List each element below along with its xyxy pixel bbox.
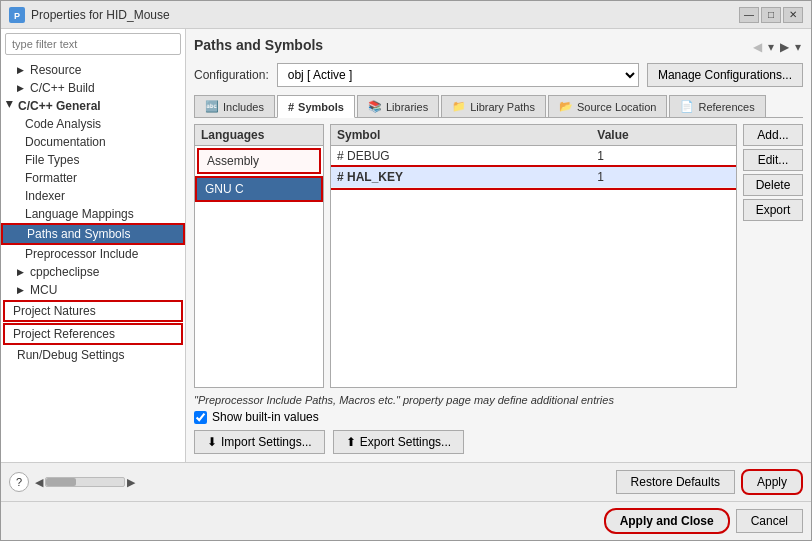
window-icon: P (9, 7, 25, 23)
lang-assembly[interactable]: Assembly (197, 148, 321, 174)
tab-label: Symbols (298, 101, 344, 113)
export-icon: ⬆ (346, 435, 356, 449)
tab-libraries[interactable]: 📚 Libraries (357, 95, 439, 117)
checkbox-row: Show built-in values (194, 410, 803, 424)
tab-includes[interactable]: 🔤 Includes (194, 95, 275, 117)
manage-configurations-button[interactable]: Manage Configurations... (647, 63, 803, 87)
tree-area: ▶ Resource ▶ C/C++ Build ▶ C/C++ General… (1, 59, 185, 462)
sidebar-item-label: Preprocessor Include (25, 247, 138, 261)
close-button[interactable]: ✕ (783, 7, 803, 23)
tab-library-paths[interactable]: 📁 Library Paths (441, 95, 546, 117)
symbol-table: Symbol Value # DEBUG 1 # HAL_KEY 1 (331, 125, 736, 188)
tab-references[interactable]: 📄 References (669, 95, 765, 117)
footer-right: Restore Defaults Apply (616, 469, 803, 495)
apply-and-close-button[interactable]: Apply and Close (604, 508, 730, 534)
sidebar-item-formatter[interactable]: Formatter (1, 169, 185, 187)
scroll-left-button[interactable]: ◀ (35, 476, 43, 489)
value-cell: 1 (591, 146, 736, 167)
symbols-icon: # (288, 101, 294, 113)
help-button[interactable]: ? (9, 472, 29, 492)
svg-text:P: P (14, 11, 20, 21)
window-title: Properties for HID_Mouse (31, 8, 170, 22)
table-row[interactable]: # DEBUG 1 (331, 146, 736, 167)
sidebar-item-run-debug[interactable]: Run/Debug Settings (1, 346, 185, 364)
export-label: Export Settings... (360, 435, 451, 449)
sidebar-item-language-mappings[interactable]: Language Mappings (1, 205, 185, 223)
scroll-area: ◀ ▶ (35, 476, 135, 489)
main-content: ▶ Resource ▶ C/C++ Build ▶ C/C++ General… (1, 29, 811, 462)
includes-icon: 🔤 (205, 100, 219, 113)
restore-defaults-button[interactable]: Restore Defaults (616, 470, 735, 494)
import-label: Import Settings... (221, 435, 312, 449)
sidebar-item-label: Formatter (25, 171, 77, 185)
sidebar-item-cppcheclipse[interactable]: ▶ cppcheclipse (1, 263, 185, 281)
value-cell: 1 (591, 167, 736, 188)
footer: ? ◀ ▶ Restore Defaults Apply (1, 462, 811, 501)
maximize-button[interactable]: □ (761, 7, 781, 23)
nav-forward-dropdown-button[interactable]: ▾ (793, 38, 803, 56)
export-settings-button[interactable]: ⬆ Export Settings... (333, 430, 464, 454)
show-builtin-checkbox[interactable] (194, 411, 207, 424)
sidebar-item-label: Resource (30, 63, 81, 77)
right-panel: Paths and Symbols ◀ ▾ ▶ ▾ Configuration:… (186, 29, 811, 462)
cancel-button[interactable]: Cancel (736, 509, 803, 533)
sidebar-item-mcu[interactable]: ▶ MCU (1, 281, 185, 299)
panel-title: Paths and Symbols (194, 37, 323, 57)
lang-gnu-c[interactable]: GNU C (195, 176, 323, 202)
symbols-table-panel: Symbol Value # DEBUG 1 # HAL_KEY 1 (330, 124, 737, 388)
sidebar-item-paths-symbols[interactable]: Paths and Symbols (1, 223, 185, 245)
show-builtin-label: Show built-in values (212, 410, 319, 424)
tab-label: Library Paths (470, 101, 535, 113)
symbol-col-header: Symbol (331, 125, 591, 146)
delete-button[interactable]: Delete (743, 174, 803, 196)
bottom-buttons: ⬇ Import Settings... ⬆ Export Settings..… (194, 430, 803, 454)
tab-label: References (698, 101, 754, 113)
footer-bottom: Apply and Close Cancel (1, 501, 811, 540)
expand-arrow: ▶ (17, 65, 27, 75)
minimize-button[interactable]: — (739, 7, 759, 23)
title-bar-left: P Properties for HID_Mouse (9, 7, 170, 23)
sidebar-item-label: Project Natures (13, 304, 96, 318)
nav-arrows: ◀ ▾ ▶ ▾ (751, 38, 803, 56)
sidebar-item-label: C/C++ Build (30, 81, 95, 95)
sidebar-item-label: Project References (13, 327, 115, 341)
edit-button[interactable]: Edit... (743, 149, 803, 171)
apply-button[interactable]: Apply (741, 469, 803, 495)
tab-label: Libraries (386, 101, 428, 113)
sidebar-item-label: Run/Debug Settings (17, 348, 124, 362)
apply-and-close-label: Apply and Close (620, 514, 714, 528)
sidebar-item-project-references[interactable]: Project References (3, 323, 183, 345)
nav-dropdown-button[interactable]: ▾ (766, 38, 776, 56)
sidebar-item-cpp-general[interactable]: ▶ C/C++ General (1, 97, 185, 115)
table-row[interactable]: # HAL_KEY 1 (331, 167, 736, 188)
nav-back-button[interactable]: ◀ (751, 38, 764, 56)
tab-source-location[interactable]: 📂 Source Location (548, 95, 668, 117)
sidebar-item-label: Paths and Symbols (27, 227, 130, 241)
footer-scrollbar[interactable] (45, 477, 125, 487)
add-button[interactable]: Add... (743, 124, 803, 146)
main-window: P Properties for HID_Mouse — □ ✕ ▶ Resou… (0, 0, 812, 541)
scroll-right-button[interactable]: ▶ (127, 476, 135, 489)
sidebar-item-cpp-build[interactable]: ▶ C/C++ Build (1, 79, 185, 97)
footer-left: ? ◀ ▶ (9, 472, 135, 492)
import-settings-button[interactable]: ⬇ Import Settings... (194, 430, 325, 454)
symbol-cell: # HAL_KEY (331, 167, 591, 188)
sidebar-item-file-types[interactable]: File Types (1, 151, 185, 169)
import-icon: ⬇ (207, 435, 217, 449)
lang-label: GNU C (205, 182, 244, 196)
sidebar-item-code-analysis[interactable]: Code Analysis (1, 115, 185, 133)
title-controls: — □ ✕ (739, 7, 803, 23)
sidebar-item-project-natures[interactable]: Project Natures (3, 300, 183, 322)
nav-forward-button[interactable]: ▶ (778, 38, 791, 56)
sidebar-item-preprocessor-include[interactable]: Preprocessor Include (1, 245, 185, 263)
sidebar-item-resource[interactable]: ▶ Resource (1, 61, 185, 79)
source-location-icon: 📂 (559, 100, 573, 113)
tab-symbols[interactable]: # Symbols (277, 95, 355, 118)
table-container: Languages Assembly GNU C Symbol V (194, 124, 803, 388)
filter-input[interactable] (5, 33, 181, 55)
config-select[interactable]: obj [ Active ] (277, 63, 639, 87)
sidebar-item-indexer[interactable]: Indexer (1, 187, 185, 205)
title-bar: P Properties for HID_Mouse — □ ✕ (1, 1, 811, 29)
export-button[interactable]: Export (743, 199, 803, 221)
sidebar-item-documentation[interactable]: Documentation (1, 133, 185, 151)
